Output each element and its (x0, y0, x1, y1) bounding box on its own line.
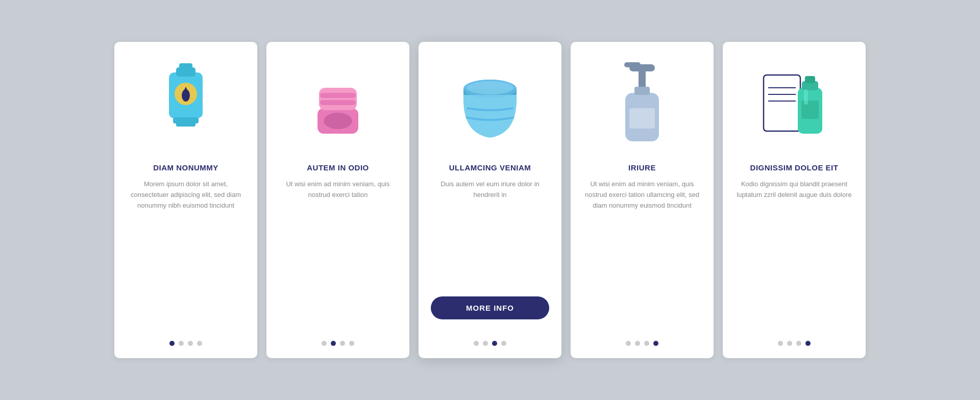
card-title: AUTEM IN ODIO (307, 163, 369, 172)
svg-rect-18 (629, 108, 655, 129)
more-info-button[interactable]: MORE INFO (431, 296, 549, 319)
dot-1 (474, 341, 479, 346)
dot-2 (483, 341, 488, 346)
svg-rect-10 (319, 88, 357, 110)
dot-2 (331, 341, 336, 346)
dot-3 (188, 341, 193, 346)
jar-icon (457, 57, 523, 149)
dots-indicator (474, 341, 506, 346)
card-ullamcing-veniam: ULLAMCING VENIAM Duis autem vel eum iriu… (419, 42, 561, 358)
tube-icon (153, 57, 219, 149)
dot-1 (169, 341, 175, 346)
card-text: Kodio dignissim qui blandit praesent lup… (735, 179, 853, 332)
card-title: DIGNISSIM DOLOE EIT (750, 163, 839, 172)
dot-3 (644, 341, 649, 346)
dot-4 (197, 341, 202, 346)
svg-rect-23 (764, 75, 800, 131)
bottle-set-icon (761, 57, 827, 149)
dot-4 (349, 341, 354, 346)
compact-icon (305, 57, 371, 149)
svg-rect-21 (624, 62, 641, 67)
svg-point-9 (324, 113, 352, 129)
dot-4 (501, 341, 506, 346)
dot-2 (787, 341, 792, 346)
dot-1 (322, 341, 327, 346)
cards-container: DIAM NONUMMY Morem ipsum dolor sit amet,… (84, 21, 896, 379)
dot-4 (653, 341, 658, 346)
card-text: Morem ipsum dolor sit amet, consectetuer… (127, 179, 245, 332)
card-dignissim-doloe-eit: DIGNISSIM DOLOE EIT Kodio dignissim qui … (723, 42, 866, 358)
dot-3 (492, 341, 497, 346)
card-title: DIAM NONUMMY (153, 163, 218, 172)
svg-rect-11 (320, 93, 356, 98)
svg-rect-31 (804, 89, 808, 105)
card-text: Ut wisi enim ad minim veniam, quis nostr… (279, 179, 397, 332)
svg-rect-7 (176, 122, 195, 127)
dot-1 (626, 341, 631, 346)
svg-rect-12 (320, 100, 356, 105)
svg-rect-30 (801, 101, 819, 119)
dot-2 (635, 341, 640, 346)
card-text: Duis autem vel eum iriure dolor in hendr… (431, 179, 549, 287)
svg-rect-2 (179, 63, 192, 69)
dot-3 (340, 341, 345, 346)
card-diam-nonummy: DIAM NONUMMY Morem ipsum dolor sit amet,… (114, 42, 257, 358)
card-autem-in-odio: AUTEM IN ODIO Ut wisi enim ad minim veni… (266, 42, 409, 358)
card-title: IRIURE (628, 163, 656, 172)
dots-indicator (169, 341, 202, 346)
pump-icon (609, 57, 675, 149)
svg-rect-29 (805, 76, 815, 83)
card-iriure: IRIURE Ut wisi enim ad minim veniam, qui… (571, 42, 714, 358)
dots-indicator (778, 341, 811, 346)
card-title: ULLAMCING VENIAM (449, 163, 531, 172)
dot-4 (805, 341, 811, 346)
dot-3 (796, 341, 801, 346)
dots-indicator (322, 341, 354, 346)
dot-2 (179, 341, 184, 346)
dots-indicator (626, 341, 658, 346)
dot-1 (778, 341, 783, 346)
card-text: Ut wisi enim ad minim veniam, quis nostr… (583, 179, 701, 332)
svg-rect-22 (634, 87, 650, 95)
svg-point-16 (467, 81, 513, 94)
